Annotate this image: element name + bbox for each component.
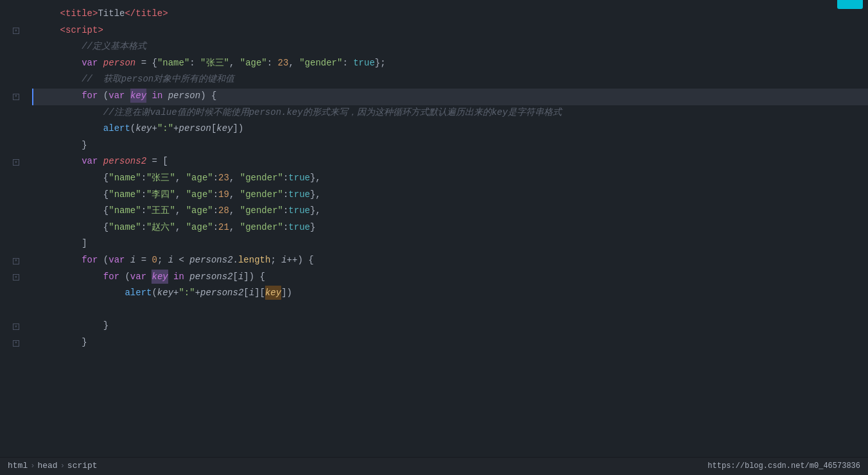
plain-token: { (103, 171, 108, 185)
str-token: "name" (108, 187, 141, 202)
fold-arrow[interactable]: ▾ (13, 94, 19, 100)
kw-token: var (108, 89, 125, 103)
plain-token (168, 270, 173, 284)
breadcrumb: html › head › script (8, 460, 98, 473)
plain-token: } (82, 138, 87, 152)
code-line: {"name":"赵六", "age":21, "gender":true} (32, 220, 868, 237)
plain-token: { (103, 203, 108, 218)
plain-token: : (141, 171, 146, 185)
fold-arrow[interactable]: ▾ (13, 324, 19, 330)
plain-token: , (229, 171, 240, 185)
str-token: "张三" (146, 171, 175, 185)
plain-token: ]) { (243, 270, 265, 284)
plain-token: [ (233, 270, 238, 284)
plain-token: } (310, 220, 315, 234)
plain-token: { (103, 187, 108, 202)
plain-token: = [ (146, 154, 168, 168)
kw-token: var (82, 154, 98, 168)
plain-token: { (103, 220, 108, 234)
str-token: "name" (157, 56, 189, 70)
gutter-item (0, 220, 32, 237)
kw-token: in (173, 270, 184, 284)
plain-token: + (152, 121, 157, 135)
code-line: } (32, 138, 868, 155)
kw-token: in (152, 89, 163, 103)
plain-token: ( (98, 89, 108, 103)
code-line: alert(key+":"+persons2[i][key]) (32, 286, 868, 302)
breadcrumb-head: head (37, 460, 57, 473)
str-token: ":" (157, 121, 173, 135)
gutter-item (0, 171, 32, 187)
plain-token: : (283, 220, 288, 234)
plain-token: , (175, 187, 186, 202)
func-token: alert (125, 286, 152, 300)
plain-token: }, (310, 203, 321, 218)
highlight-word-token: key (152, 270, 168, 284)
code-line: alert(key+":"+person[key]) (32, 121, 868, 138)
plain-token: ; (157, 253, 168, 267)
gutter-item: ▾ (0, 89, 32, 105)
fold-arrow[interactable]: ▾ (13, 274, 19, 281)
plain-token: ; (270, 253, 281, 267)
code-line: {"name":"李四", "age":19, "gender":true}, (32, 187, 868, 204)
italic-token: i (281, 253, 286, 267)
var-name-token: person (103, 56, 135, 70)
plain-token: ] (82, 236, 87, 250)
plain-token: , (175, 203, 186, 218)
str-token: "gender" (240, 171, 283, 185)
str-token: "name" (108, 171, 141, 185)
code-line: <title>Title</title> (32, 6, 868, 23)
code-content[interactable]: <title>Title</title> <script> //定义基本格式 v… (32, 5, 868, 457)
plain-token: ( (98, 253, 108, 267)
bool-token: true (288, 220, 310, 234)
fold-arrow[interactable]: ▾ (13, 340, 19, 347)
status-bar: html › head › script https://blog.csdn.n… (0, 457, 868, 475)
str-token: "age" (186, 203, 213, 218)
plain-token: = (135, 253, 152, 267)
num-token: 28 (218, 203, 229, 218)
gutter-item: ▾ (0, 270, 32, 286)
plain-token (98, 154, 103, 168)
code-line: {"name":"王五", "age":28, "gender":true}, (32, 203, 868, 220)
str-token: "age" (186, 171, 213, 185)
plain-token: : (141, 220, 146, 234)
str-token: "age" (240, 56, 267, 70)
plain-token: : (141, 187, 146, 202)
fold-arrow[interactable]: ▾ (13, 28, 19, 34)
plain-token: . (233, 253, 238, 267)
fold-arrow[interactable]: ▾ (13, 159, 19, 166)
gutter-item: ▾ (0, 154, 32, 171)
plain-token: : (189, 56, 200, 70)
plain-token: : (267, 56, 278, 70)
breadcrumb-sep-1: › (30, 460, 35, 472)
code-line: {"name":"张三", "age":23, "gender":true}, (32, 171, 868, 187)
plain-token: : (141, 203, 146, 218)
italic-token: i (130, 253, 135, 267)
str-token: "赵六" (146, 220, 175, 234)
bool-token: true (288, 187, 310, 202)
gutter-item (0, 286, 32, 302)
plain-token: ++) { (287, 253, 314, 267)
fold-arrow[interactable]: ▾ (13, 258, 19, 264)
plain-token: , (175, 220, 186, 234)
plain-token: }; (375, 56, 386, 70)
plain-token: , (229, 187, 240, 202)
kw-token: var (130, 270, 146, 284)
plain-token: , (229, 220, 240, 234)
kw-token: var (108, 253, 125, 267)
code-line: for (var i = 0; i < persons2.length; i++… (32, 253, 868, 270)
plain-token: }, (310, 187, 321, 202)
plain-token: : (283, 171, 288, 185)
gutter-item: ▾ (0, 318, 32, 335)
plain-token: : (283, 187, 288, 202)
bool-token: true (288, 171, 310, 185)
code-line: //注意在谢value值的时候不能使用person.key的形式来写，因为这种循… (32, 105, 868, 122)
str-token: "gender" (299, 56, 342, 70)
plain-token (162, 89, 168, 103)
var-name-token: persons2 (103, 154, 146, 168)
comment-token: // 获取person对象中所有的键和值 (82, 72, 234, 86)
str-token: "age" (186, 187, 213, 202)
gutter-item (0, 105, 32, 122)
plain-token: : (213, 187, 218, 202)
code-line: } (32, 318, 868, 335)
